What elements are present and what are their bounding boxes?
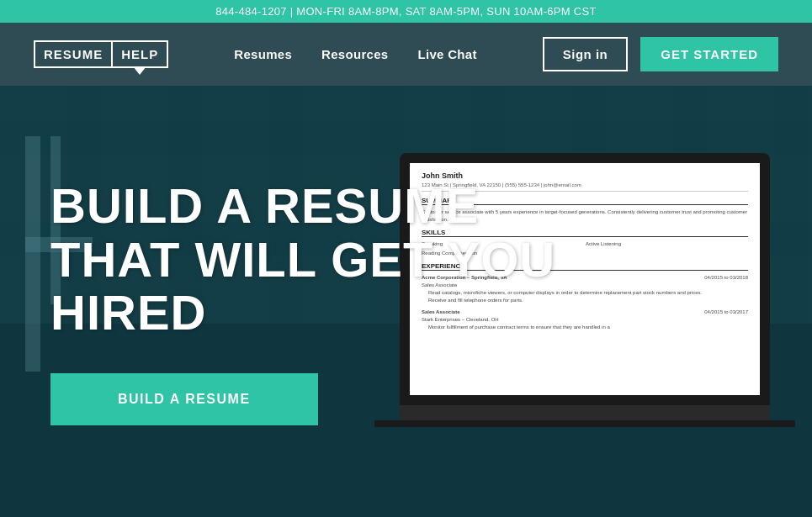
hero-section: John Smith 123 Main St | Springfield, VA… (0, 86, 812, 517)
hero-title: BUILD A RESUME THAT WILL GET YOU HIRED (50, 179, 597, 340)
exp2-date: 04/2015 to 03/2017 (704, 309, 748, 316)
hero-content: BUILD A RESUME THAT WILL GET YOU HIRED B… (50, 179, 597, 425)
build-resume-button[interactable]: BUILD A RESUME (50, 373, 318, 425)
nav-resources[interactable]: Resources (321, 47, 388, 61)
exp1-date: 04/2015 to 03/2018 (704, 274, 748, 282)
sign-in-button[interactable]: Sign in (543, 37, 629, 71)
logo-resume-text: RESUME (34, 40, 113, 68)
nav-actions: Sign in GET STARTED (543, 37, 778, 71)
logo: RESUME HELP (34, 40, 168, 68)
logo-help-text: HELP (111, 40, 168, 68)
hero-title-line1: BUILD A RESUME (50, 178, 479, 233)
resume-skill-2: Active Listening (586, 240, 748, 248)
get-started-button[interactable]: GET STARTED (640, 37, 778, 71)
contact-info: 844-484-1207 | MON-FRI 8AM-8PM, SAT 8AM-… (215, 5, 596, 18)
nav-live-chat[interactable]: Live Chat (417, 47, 476, 61)
top-bar: 844-484-1207 | MON-FRI 8AM-8PM, SAT 8AM-… (0, 0, 812, 23)
header: RESUME HELP Resumes Resources Live Chat … (0, 23, 812, 86)
nav-resumes[interactable]: Resumes (234, 47, 292, 61)
hero-title-line2: THAT WILL GET YOU HIRED (50, 232, 555, 340)
main-nav: Resumes Resources Live Chat (234, 47, 476, 61)
pipe-vertical-1 (25, 136, 40, 372)
